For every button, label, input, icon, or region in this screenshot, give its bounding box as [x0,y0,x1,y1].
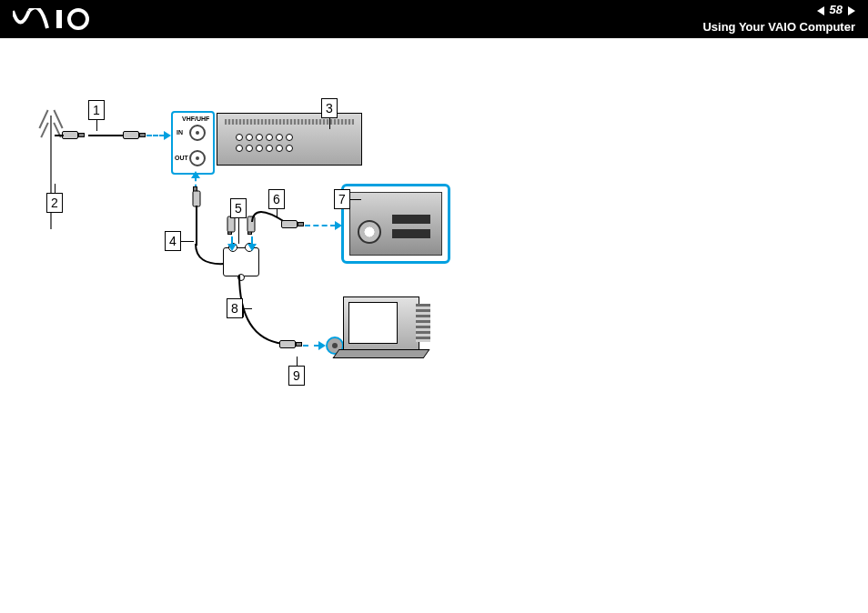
coax-plug-6 [281,220,298,228]
tuner-in-label: IN [177,129,183,136]
callout-3: 3 [321,98,338,118]
cable-6-curve [252,202,307,256]
next-page-icon[interactable] [848,6,855,15]
arrow-from-out [191,171,200,178]
tuner-out-port [189,150,206,166]
brand-logo [13,8,113,30]
coax-plug-8 [279,340,296,348]
tuner-out-label: OUT [175,155,188,161]
prev-page-icon[interactable] [817,6,824,15]
tuner-title: VHF/UHF [182,116,209,122]
arrow-into-splitter-a [227,244,237,251]
callout-7: 7 [334,189,350,209]
arrow-to-in [164,131,171,140]
arrow-to-tv [318,341,326,350]
svg-rect-0 [56,10,62,28]
antenna-cable-plug [62,131,78,139]
dash-to-pc [305,225,336,226]
callout-4: 4 [165,231,181,251]
computer-vhf-port [358,220,381,244]
callout-1: 1 [88,100,105,120]
connection-diagram: VHF/UHF IN OUT [50,93,432,420]
computer-back-panel [341,184,450,264]
section-title: Using Your VAIO Computer [702,20,855,35]
svg-point-1 [69,10,87,28]
coax-plug-out [193,191,201,207]
header-right: 58 Using Your VAIO Computer [702,3,855,35]
vaio-logo-svg [13,8,113,30]
antenna-cable [55,135,64,136]
callout-9: 9 [288,366,305,386]
splitter-plug-a [227,216,236,233]
page-header: 58 Using Your VAIO Computer [0,0,868,38]
page-nav: 58 [817,3,855,18]
coax-tip-1 [139,133,146,137]
callout-8: 8 [227,298,243,318]
coax-plug-1 [123,131,139,139]
callout-6: 6 [268,189,285,209]
callout-5: 5 [230,198,247,218]
dash-to-tv [303,345,319,347]
coax-tip-6 [298,222,304,226]
coax-tip-8 [296,342,302,347]
callout-2: 2 [46,193,63,213]
tuner-vhf-uhf-panel: VHF/UHF IN OUT [171,111,215,175]
tuner-in-port [189,125,206,141]
antenna-cable-tip [78,133,85,137]
page-content: VHF/UHF IN OUT [0,38,868,613]
page-number: 58 [830,3,843,18]
set-top-box [217,113,362,166]
coax-cable-1 [88,135,123,136]
dash-to-in [146,135,165,136]
tv [343,296,434,364]
